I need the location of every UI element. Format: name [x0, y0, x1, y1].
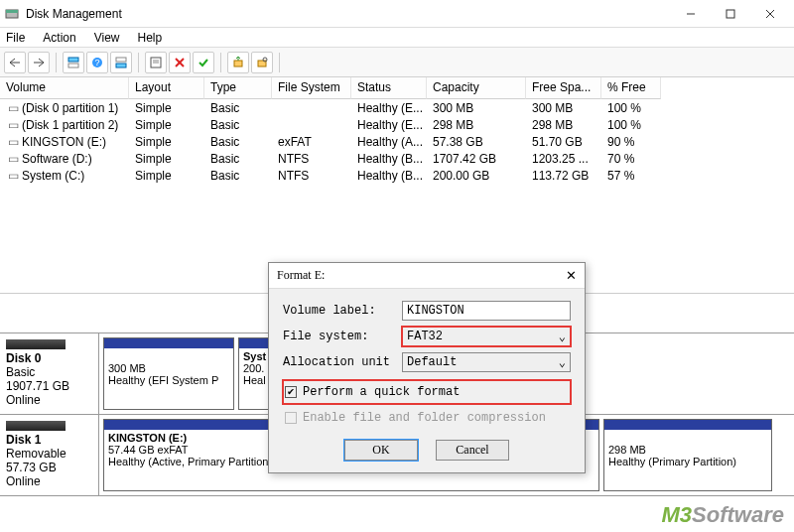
- watermark-text: Software: [692, 502, 784, 527]
- view-bottom-button[interactable]: [110, 52, 132, 73]
- partition[interactable]: 298 MBHealthy (Primary Partition): [603, 419, 772, 491]
- label-volume: Volume label:: [283, 304, 402, 318]
- filesystem-select[interactable]: FAT32 ⌄: [402, 327, 571, 346]
- volume-icon: ▭: [6, 169, 20, 183]
- volume-icon: ▭: [6, 118, 20, 132]
- menu-help[interactable]: Help: [136, 29, 165, 47]
- quick-format-checkbox[interactable]: ✔: [285, 386, 297, 398]
- view-top-button[interactable]: [63, 52, 84, 73]
- table-row[interactable]: ▭KINGSTON (E:)SimpleBasicexFATHealthy (A…: [0, 133, 794, 150]
- maximize-button[interactable]: [711, 0, 750, 28]
- minimize-button[interactable]: [671, 0, 711, 28]
- dialog-close-button[interactable]: ✕: [566, 268, 577, 284]
- title-bar: Disk Management: [0, 0, 794, 28]
- help-button[interactable]: ?: [86, 52, 108, 73]
- menu-view[interactable]: View: [92, 29, 122, 47]
- forward-button[interactable]: [28, 52, 50, 73]
- chevron-down-icon: ⌄: [559, 355, 566, 370]
- close-button[interactable]: [750, 0, 790, 28]
- watermark-brand: M3: [662, 502, 693, 527]
- volume-icon: ▭: [6, 135, 20, 149]
- disk-label: Disk 0Basic1907.71 GBOnline: [0, 333, 99, 414]
- disk-label: Disk 1Removable57.73 GBOnline: [0, 415, 99, 495]
- table-row[interactable]: ▭System (C:)SimpleBasicNTFSHealthy (B...…: [0, 167, 794, 184]
- table-row[interactable]: ▭(Disk 1 partition 2)SimpleBasicHealthy …: [0, 116, 794, 133]
- col-layout[interactable]: Layout: [129, 77, 204, 99]
- svg-rect-12: [116, 58, 126, 62]
- action2-button[interactable]: [251, 52, 273, 73]
- volume-label-input[interactable]: [402, 301, 571, 321]
- window-title: Disk Management: [26, 7, 671, 21]
- col-filesystem[interactable]: File System: [272, 77, 351, 99]
- col-status[interactable]: Status: [351, 77, 427, 99]
- menubar: File Action View Help: [0, 28, 794, 48]
- table-row[interactable]: ▭(Disk 0 partition 1)SimpleBasicHealthy …: [0, 99, 794, 116]
- format-dialog: Format E: ✕ Volume label: File system: F…: [268, 262, 586, 473]
- svg-rect-1: [6, 10, 18, 13]
- allocation-select[interactable]: Default ⌄: [402, 352, 571, 372]
- table-row[interactable]: ▭Software (D:)SimpleBasicNTFSHealthy (B.…: [0, 150, 794, 167]
- svg-rect-8: [68, 58, 78, 62]
- col-free[interactable]: Free Spa...: [526, 77, 601, 99]
- label-compression: Enable file and folder compression: [303, 411, 546, 425]
- grid-header: Volume Layout Type File System Status Ca…: [0, 77, 794, 99]
- menu-file[interactable]: File: [4, 29, 27, 47]
- compression-checkbox: [285, 412, 297, 424]
- col-capacity[interactable]: Capacity: [427, 77, 526, 99]
- filesystem-value: FAT32: [407, 330, 443, 343]
- dialog-titlebar: Format E: ✕: [269, 263, 585, 289]
- back-button[interactable]: [4, 52, 26, 73]
- col-type[interactable]: Type: [204, 77, 272, 99]
- allocation-value: Default: [407, 355, 457, 369]
- cancel-button[interactable]: Cancel: [436, 440, 509, 461]
- dialog-title: Format E:: [277, 268, 325, 283]
- label-filesystem: File system:: [283, 330, 402, 343]
- chevron-down-icon: ⌄: [559, 330, 566, 344]
- col-percent[interactable]: % Free: [601, 77, 661, 99]
- label-allocation: Allocation unit: [283, 355, 402, 369]
- ok-button[interactable]: OK: [344, 440, 418, 461]
- svg-rect-19: [234, 61, 242, 66]
- svg-rect-3: [727, 10, 734, 18]
- delete-button[interactable]: [169, 52, 191, 73]
- svg-rect-9: [68, 64, 78, 67]
- col-volume[interactable]: Volume: [0, 77, 129, 99]
- check-button[interactable]: [193, 52, 214, 73]
- svg-text:?: ?: [94, 58, 99, 67]
- app-icon: [4, 6, 20, 22]
- partition[interactable]: 300 MBHealthy (EFI System P: [103, 337, 234, 410]
- action1-button[interactable]: [227, 52, 249, 73]
- toolbar: ?: [0, 48, 794, 77]
- menu-action[interactable]: Action: [41, 29, 77, 47]
- volume-icon: ▭: [6, 101, 20, 115]
- label-quick-format: Perform a quick format: [303, 385, 460, 399]
- properties-button[interactable]: [145, 52, 167, 73]
- volume-icon: ▭: [6, 152, 20, 166]
- watermark: M3Software: [662, 502, 784, 528]
- svg-rect-13: [116, 64, 126, 67]
